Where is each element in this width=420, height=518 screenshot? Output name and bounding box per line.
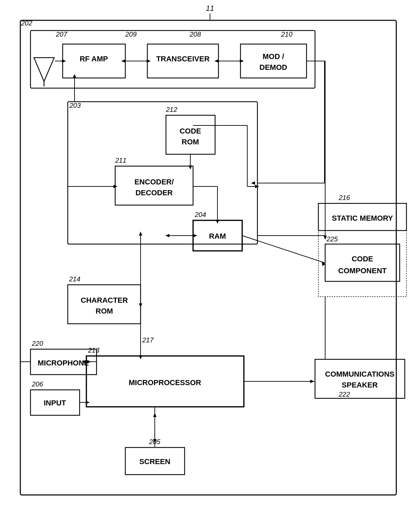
mp-screen-arrow-up xyxy=(153,413,156,417)
code-rom-label2: ROM xyxy=(182,138,199,146)
ram-ref: 204 xyxy=(194,211,206,218)
inner-box-203 xyxy=(68,102,257,244)
ant-to-rfamp-arrow xyxy=(62,59,66,63)
antenna-ref: 207 xyxy=(56,31,67,38)
static-memory-ref: 216 xyxy=(338,194,350,201)
comm-speaker-box xyxy=(315,359,405,398)
microprocessor-label: MICROPROCESSOR xyxy=(129,378,201,387)
mod-demod-ref: 210 xyxy=(281,31,292,38)
coderom-to-enc-arrow xyxy=(189,165,192,170)
inner203-to-rf-arrow xyxy=(73,74,76,78)
ram-charrom-arrow-up xyxy=(139,232,142,236)
figure-number: 11 xyxy=(206,4,214,13)
ram-charrom-arrow-down xyxy=(139,303,142,307)
ram-static-line xyxy=(242,236,324,263)
input-ref: 206 xyxy=(31,380,43,388)
static-memory-label: STATIC MEMORY xyxy=(332,214,393,222)
ram-label: RAM xyxy=(209,232,226,240)
ram-enc-arrow-left xyxy=(165,234,169,237)
charrom-to-mp-arrow xyxy=(139,355,142,359)
character-rom-ref: 214 xyxy=(69,275,80,283)
mod-demod-label: MOD / xyxy=(262,52,284,61)
microphone-label: MICROPHONE xyxy=(38,359,89,367)
code-rom-label1: CODE xyxy=(180,127,201,135)
enc-to-ram-arrow xyxy=(216,220,219,224)
mod-demod-label2: DEMOD xyxy=(259,63,287,72)
character-rom-label1: CHARACTER xyxy=(81,296,128,304)
enc-right-arrow xyxy=(251,181,255,185)
ref-217: 217 xyxy=(142,336,154,344)
transceiver-moddemod-arrow-right xyxy=(240,59,244,63)
screen-label: SCREEN xyxy=(139,457,170,466)
rfamp-transceiver-arrow-right xyxy=(147,59,151,63)
encoder-decoder-ref: 211 xyxy=(115,157,126,164)
encoder-decoder-label1: ENCODER/ xyxy=(134,178,174,186)
comm-speaker-label2: SPEAKER xyxy=(342,381,378,389)
comm-speaker-ref: 222 xyxy=(338,391,350,398)
transceiver-label: TRANSCEIVER xyxy=(156,55,210,63)
character-rom-label2: ROM xyxy=(96,307,113,315)
outer-box-ref: 202 xyxy=(21,19,32,27)
antenna-icon xyxy=(34,58,54,81)
code-component-label2: COMPONENT xyxy=(338,266,387,275)
inner-box-203-ref: 203 xyxy=(69,102,81,109)
mp-speaker-arrow xyxy=(310,380,314,383)
mod-demod-box xyxy=(240,44,307,78)
microprocessor-ref: 213 xyxy=(88,346,99,354)
transceiver-moddemod-arrow-left xyxy=(214,59,218,63)
outer-box xyxy=(20,20,396,495)
input-label: INPUT xyxy=(44,399,66,407)
transceiver-ref: 208 xyxy=(189,31,201,38)
rfamp-transceiver-arrow-left xyxy=(121,59,125,63)
rf-amp-ref: 209 xyxy=(125,31,136,38)
code-component-ref: 225 xyxy=(326,235,338,243)
input-mp-arrow xyxy=(86,401,90,404)
microphone-ref: 220 xyxy=(31,340,43,347)
ram-enc-arrow-right xyxy=(193,234,197,237)
mic-mp-arrow2 xyxy=(87,360,91,363)
encoder-decoder-label2: DECODER xyxy=(135,188,173,197)
diagram-container: 11 202 207 RF AMP 209 TRANSCEIVER 208 MO… xyxy=(0,0,420,518)
code-rom-ref: 212 xyxy=(166,106,177,113)
comm-speaker-label1: COMMUNICATIONS xyxy=(325,370,395,378)
code-component-label1: CODE xyxy=(352,255,373,263)
rf-amp-label: RF AMP xyxy=(80,55,108,63)
